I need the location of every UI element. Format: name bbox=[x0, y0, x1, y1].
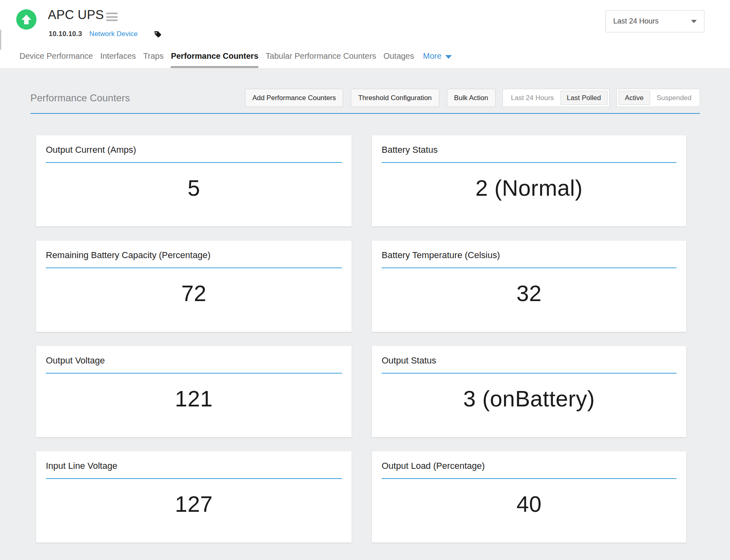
counter-value: 3 (onBattery) bbox=[382, 386, 676, 412]
counter-card-output-voltage: Output Voltage 121 bbox=[36, 346, 352, 437]
counter-value: 2 (Normal) bbox=[382, 175, 676, 201]
counter-card-input-line-voltage: Input Line Voltage 127 bbox=[36, 451, 352, 543]
tab-traps[interactable]: Traps bbox=[143, 51, 163, 68]
counter-card-output-current: Output Current (Amps) 5 bbox=[36, 135, 352, 227]
counter-cards-grid: Output Current (Amps) 5 Battery Status 2… bbox=[30, 135, 700, 543]
device-name: APC UPS bbox=[48, 8, 104, 22]
counter-value: 121 bbox=[46, 386, 342, 412]
toolbar-underline bbox=[30, 113, 700, 114]
page-header: APC UPS 10.10.10.3 Network Device Last 2… bbox=[0, 0, 730, 68]
device-status-up-icon bbox=[16, 9, 36, 30]
counter-title: Output Current (Amps) bbox=[46, 145, 342, 155]
page-title: Performance Counters bbox=[30, 92, 130, 104]
add-performance-counters-button[interactable]: Add Performance Counters bbox=[245, 89, 343, 107]
threshold-configuration-button[interactable]: Threshold Configuration bbox=[351, 89, 439, 107]
counter-title: Input Line Voltage bbox=[46, 461, 342, 471]
device-menu-hamburger-icon[interactable] bbox=[106, 13, 118, 21]
counter-card-output-load: Output Load (Percentage) 40 bbox=[372, 451, 686, 543]
counter-value: 72 bbox=[46, 280, 342, 306]
global-time-range-dropdown[interactable]: Last 24 Hours bbox=[605, 10, 704, 32]
counter-title: Output Status bbox=[382, 355, 676, 366]
tab-outages[interactable]: Outages bbox=[383, 51, 414, 68]
toggle-suspended[interactable]: Suspended bbox=[650, 91, 698, 105]
device-type-link[interactable]: Network Device bbox=[89, 30, 137, 38]
toggle-last-polled[interactable]: Last Polled bbox=[560, 91, 608, 105]
counter-title-underline bbox=[382, 373, 676, 374]
toggle-last-24-hours[interactable]: Last 24 Hours bbox=[505, 91, 560, 105]
counter-value: 127 bbox=[46, 491, 342, 517]
page-content: Performance Counters Add Performance Cou… bbox=[0, 89, 730, 543]
tab-interfaces[interactable]: Interfaces bbox=[100, 51, 136, 68]
counter-state-toggle: Active Suspended bbox=[616, 89, 700, 107]
counter-card-battery-status: Battery Status 2 (Normal) bbox=[372, 135, 686, 227]
counter-title: Battery Temperature (Celsius) bbox=[382, 250, 676, 261]
counter-value: 5 bbox=[46, 175, 342, 201]
tag-icon[interactable] bbox=[154, 30, 161, 38]
chevron-down-icon bbox=[445, 55, 452, 59]
tab-more[interactable]: More bbox=[423, 51, 452, 68]
counter-title-underline bbox=[382, 478, 676, 479]
chevron-down-icon bbox=[691, 20, 697, 23]
counter-title-underline bbox=[382, 267, 676, 268]
tab-more-label: More bbox=[423, 51, 442, 61]
counter-title: Output Voltage bbox=[46, 355, 342, 366]
counter-title: Remaining Battery Capacity (Percentage) bbox=[46, 250, 342, 261]
bulk-action-button[interactable]: Bulk Action bbox=[447, 89, 496, 107]
tab-tabular-performance-counters[interactable]: Tabular Performance Counters bbox=[266, 51, 376, 68]
counter-title-underline bbox=[46, 162, 342, 163]
counter-title-underline bbox=[46, 373, 342, 374]
counter-card-battery-temperature: Battery Temperature (Celsius) 32 bbox=[372, 241, 686, 332]
global-time-range-value: Last 24 Hours bbox=[613, 17, 659, 26]
counter-title: Battery Status bbox=[382, 145, 676, 155]
toggle-active[interactable]: Active bbox=[618, 91, 650, 105]
device-ip: 10.10.10.3 bbox=[49, 30, 82, 38]
counter-title-underline bbox=[46, 478, 342, 479]
counter-title-underline bbox=[382, 162, 676, 163]
tab-performance-counters[interactable]: Performance Counters bbox=[171, 51, 258, 68]
counter-title: Output Load (Percentage) bbox=[382, 461, 676, 471]
counter-value: 32 bbox=[382, 280, 676, 306]
counter-card-remaining-battery-capacity: Remaining Battery Capacity (Percentage) … bbox=[36, 241, 352, 332]
left-panel-handle[interactable] bbox=[0, 30, 1, 50]
device-meta: 10.10.10.3 Network Device bbox=[49, 30, 161, 38]
counter-value: 40 bbox=[382, 491, 676, 517]
counter-title-underline bbox=[46, 267, 342, 268]
counter-card-output-status: Output Status 3 (onBattery) bbox=[372, 346, 686, 437]
device-tabs-nav: Device Performance Interfaces Traps Perf… bbox=[19, 51, 452, 68]
time-mode-toggle: Last 24 Hours Last Polled bbox=[502, 89, 610, 107]
tab-device-performance[interactable]: Device Performance bbox=[19, 51, 93, 68]
up-arrow-icon bbox=[20, 13, 32, 26]
performance-counters-toolbar: Performance Counters Add Performance Cou… bbox=[30, 89, 700, 107]
